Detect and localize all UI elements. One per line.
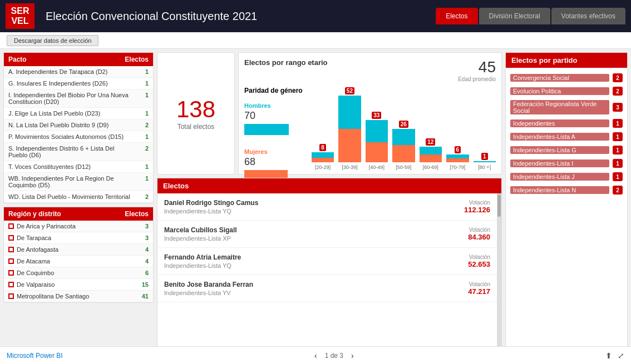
age-bar-visual — [338, 96, 361, 162]
age-bar-group: 8 [20-29] — [312, 144, 334, 170]
tab-electos[interactable]: Electos — [436, 8, 477, 24]
hombres-count: 70 — [244, 110, 303, 122]
electo-votes: Votación 52.653 — [468, 254, 490, 268]
pacto-row-label: WB. Independientes Por La Region De Coqu… — [8, 175, 137, 188]
middle-panel: 138 Total electos Electos por rango etar… — [157, 52, 502, 361]
pacto-row-label: WD. Lista Del Pueblo - Movimiento Territ… — [8, 193, 137, 200]
age-bar-group: 1 [80 +] — [474, 153, 496, 170]
age-bar-hombres — [446, 154, 469, 158]
region-icon — [8, 282, 14, 287]
right-panel: Electos por partido Convergencia Social … — [505, 52, 628, 361]
pacto-row-label: A. Independientes De Tarapaca (D2) — [8, 68, 137, 75]
gender-panel: Paridad de género Hombres 70 Mujeres 68 — [244, 87, 303, 181]
partido-item: Convergencia Social 2 — [510, 71, 623, 84]
region-row-value: 4 — [137, 246, 149, 253]
power-bi-link[interactable]: Microsoft Power BI — [7, 352, 63, 360]
age-bar-hombres — [474, 161, 496, 162]
age-bar-range-label: [20-29] — [315, 164, 331, 170]
age-bar-hombres — [366, 120, 388, 142]
pacto-row-value: 1 — [137, 80, 149, 87]
region-row-value: 4 — [137, 258, 149, 265]
pacto-table-body: A. Independientes De Tarapaca (D2)1G. In… — [4, 66, 153, 203]
age-bar-range-label: [30-39] — [342, 164, 357, 170]
pacto-row-value: 2 — [137, 193, 149, 200]
electo-name: Marcela Cubillos Sigall — [164, 226, 237, 234]
votes-label: Votación — [464, 200, 490, 206]
logo: SER VEL — [6, 3, 34, 29]
main-content: Pacto Electos A. Independientes De Tarap… — [0, 49, 631, 364]
age-bar-total-label: 8 — [319, 144, 326, 151]
partido-count: 1 — [613, 132, 623, 141]
prev-page-button[interactable]: ‹ — [311, 350, 321, 361]
partido-item: Independientes-Lista I 1 — [510, 157, 623, 170]
edad-promedio: 45 Edad promedio — [458, 58, 496, 82]
partido-count: 3 — [613, 103, 623, 112]
electo-name: Fernando Atria Lemaitre — [164, 253, 241, 261]
votes-number: 84.360 — [468, 233, 490, 241]
region-table: Región y distrito Electos De Arica y Par… — [3, 207, 154, 303]
votes-number: 52.653 — [468, 260, 490, 268]
pacto-row-label: T. Voces Constituyentes (D12) — [8, 163, 137, 170]
region-row-value: 3 — [137, 235, 149, 241]
electo-info: Daniel Rodrigo Stingo Camus Independient… — [164, 199, 258, 215]
electo-party: Independientes-Lista XP — [164, 235, 237, 242]
table-row: S. Independientes Distrito 6 + Lista Del… — [4, 143, 153, 161]
pacto-table: Pacto Electos A. Independientes De Tarap… — [3, 52, 154, 203]
chart-body: Paridad de género Hombres 70 Mujeres 68 — [244, 87, 496, 181]
age-bar-range-label: [80 +] — [478, 164, 491, 170]
region-row-label: De Arica y Parinacota — [17, 223, 137, 230]
export-icon[interactable]: ⬆ — [605, 351, 612, 360]
partido-header: Electos por partido — [506, 53, 627, 68]
sub-header: Descargar datos de elección — [0, 32, 631, 49]
electos-list[interactable]: Daniel Rodrigo Stingo Camus Independient… — [157, 193, 497, 360]
age-bar-total-label: 26 — [399, 121, 408, 128]
pacto-row-value: 1 — [137, 163, 149, 170]
footer-icons: ⬆ ⤢ — [605, 351, 624, 360]
download-button[interactable]: Descargar datos de elección — [7, 35, 98, 46]
fullscreen-icon[interactable]: ⤢ — [618, 351, 624, 360]
mujeres-label: Mujeres — [244, 148, 303, 155]
tab-votantes-efectivos[interactable]: Votantes efectivos — [551, 8, 625, 24]
partido-tag: Federación Regionalista Verde Social — [510, 100, 609, 114]
partido-list: Convergencia Social 2 Evolucion Politica… — [506, 68, 627, 360]
next-page-button[interactable]: › — [348, 350, 357, 361]
table-row: Metropolitana De Santiago41 — [4, 291, 153, 302]
mujeres-item: Mujeres 68 — [244, 148, 303, 181]
partido-count: 2 — [613, 87, 623, 96]
partido-item: Federación Regionalista Verde Social 3 — [510, 98, 623, 117]
age-bar-group: 12 [60-69] — [420, 138, 442, 170]
age-bar-total-label: 1 — [481, 153, 488, 160]
votes-label: Votación — [468, 227, 490, 233]
partido-count: 1 — [613, 119, 623, 128]
age-bar-visual — [366, 120, 388, 162]
total-electos-label: Total electos — [178, 123, 215, 131]
region-col-label: Región y distrito — [8, 210, 61, 218]
age-bar-mujeres — [312, 158, 334, 162]
table-row: A. Independientes De Tarapaca (D2)1 — [4, 66, 153, 78]
partido-panel: Electos por partido Convergencia Social … — [505, 52, 628, 361]
region-table-header: Región y distrito Electos — [4, 207, 153, 221]
pacto-row-value: 1 — [137, 92, 149, 105]
pagination: ‹ 1 de 3 › — [311, 350, 357, 361]
region-icon — [8, 247, 14, 252]
age-bar-group: 52 [30-39] — [338, 87, 361, 170]
electo-votes: Votación 112.126 — [464, 200, 490, 214]
age-bar-visual — [392, 129, 415, 162]
header-tabs: Electos División Electoral Votantes efec… — [436, 8, 625, 24]
electo-name: Benito Jose Baranda Ferran — [164, 281, 253, 288]
age-bar-mujeres — [366, 142, 388, 162]
pacto-row-label: I. Independientes Del Biobio Por Una Nue… — [8, 92, 137, 105]
partido-tag: Independientes — [510, 119, 609, 127]
tab-division-electoral[interactable]: División Electoral — [479, 8, 550, 24]
footer: Microsoft Power BI ‹ 1 de 3 › ⬆ ⤢ — [0, 346, 631, 364]
region-icon — [8, 258, 14, 264]
region-row-label: De Coquimbo — [17, 270, 137, 276]
partido-count: 2 — [613, 73, 623, 82]
age-bar-group: 6 [70-79] — [446, 146, 469, 170]
partido-tag: Independientes-Lista J — [510, 173, 609, 181]
electo-item: Benito Jose Baranda Ferran Independiente… — [157, 275, 497, 302]
region-row-label: De Antofagasta — [17, 246, 137, 253]
total-electos-number: 138 — [176, 96, 215, 123]
edad-promedio-label: Edad promedio — [458, 76, 496, 82]
left-panel: Pacto Electos A. Independientes De Tarap… — [3, 52, 154, 361]
